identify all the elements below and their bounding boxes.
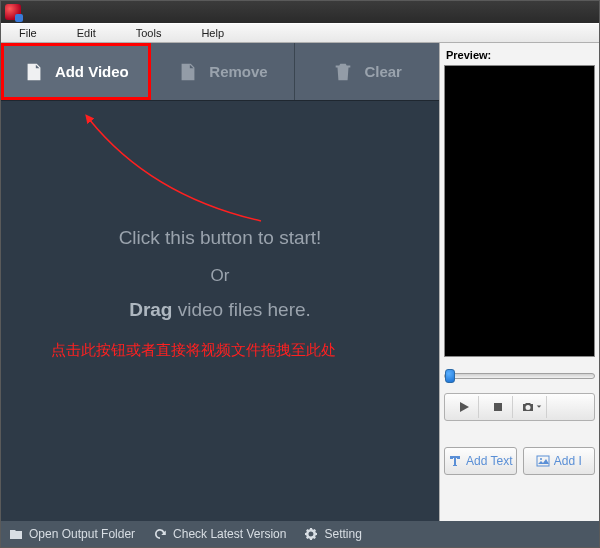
add-video-label: Add Video [55,63,129,80]
preview-label: Preview: [440,43,599,65]
svg-point-2 [540,458,542,460]
remove-icon [177,61,199,83]
add-text-label: Add Text [466,454,512,468]
trash-icon [332,61,354,83]
drop-area[interactable]: Click this button to start! Or Drag vide… [1,101,439,521]
main-area: Add Video Remove Clear [1,43,599,521]
camera-icon [522,401,534,413]
text-icon [448,454,462,468]
check-version-label: Check Latest Version [173,527,286,541]
slider-track[interactable] [444,373,595,379]
add-video-button[interactable]: Add Video [1,43,151,100]
slider-thumb[interactable] [445,369,455,383]
add-video-icon [23,61,45,83]
annotation-chinese: 点击此按钮或者直接将视频文件拖拽至此处 [51,341,336,360]
chevron-down-icon [536,404,542,410]
add-image-button[interactable]: Add I [523,447,596,475]
setting-button[interactable]: Setting [304,527,361,541]
menubar: File Edit Tools Help [1,23,599,43]
menu-help[interactable]: Help [191,25,234,41]
stop-icon [492,401,504,413]
add-image-label: Add I [554,454,582,468]
folder-icon [9,527,23,541]
play-button[interactable] [449,396,479,418]
clear-label: Clear [364,63,402,80]
refresh-icon [153,527,167,541]
stop-button[interactable] [483,396,513,418]
play-icon [458,401,470,413]
gear-icon [304,527,318,541]
menu-file[interactable]: File [9,25,47,41]
hint-drag-bold: Drag [129,299,172,320]
app-icon [5,4,21,20]
setting-label: Setting [324,527,361,541]
check-latest-version-button[interactable]: Check Latest Version [153,527,286,541]
add-text-button[interactable]: Add Text [444,447,517,475]
app-window: File Edit Tools Help Add Video Remove Cl… [0,0,600,548]
open-output-label: Open Output Folder [29,527,135,541]
titlebar[interactable] [1,1,599,23]
remove-button[interactable]: Remove [151,43,296,100]
menu-tools[interactable]: Tools [126,25,172,41]
image-icon [536,454,550,468]
clear-button[interactable]: Clear [295,43,439,100]
open-output-folder-button[interactable]: Open Output Folder [9,527,135,541]
left-panel: Add Video Remove Clear [1,43,439,521]
action-row: Add Text Add I [444,447,595,475]
remove-label: Remove [209,63,267,80]
hint-click-to-start: Click this button to start! [1,227,439,249]
snapshot-button[interactable] [517,396,547,418]
hint-or: Or [1,266,439,286]
bottom-bar: Open Output Folder Check Latest Version … [1,521,599,547]
hint-drag-rest: video files here. [172,299,310,320]
right-panel: Preview: [439,43,599,521]
preview-video-area [444,65,595,357]
action-toolbar: Add Video Remove Clear [1,43,439,101]
hint-drag-files: Drag video files here. [1,299,439,321]
svg-rect-1 [537,456,549,466]
menu-edit[interactable]: Edit [67,25,106,41]
player-controls [444,393,595,421]
svg-rect-0 [494,403,502,411]
playback-slider[interactable] [444,365,595,387]
